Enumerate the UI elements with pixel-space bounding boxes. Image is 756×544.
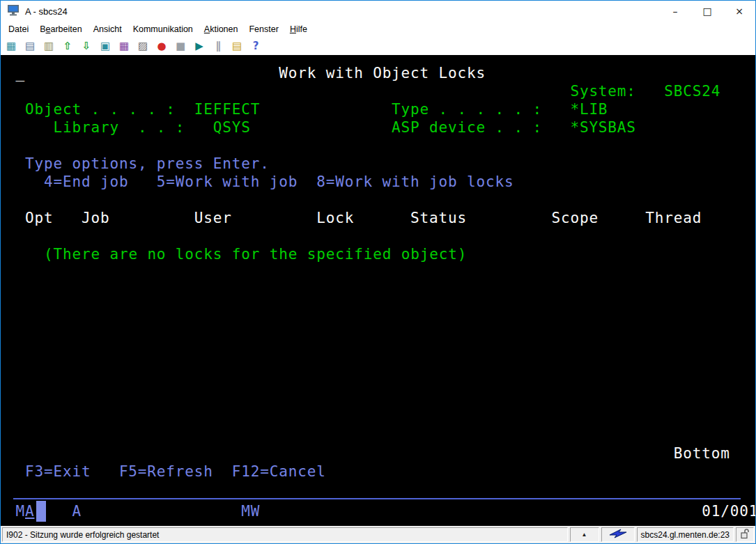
terminal-text-segment: Scope (551, 209, 598, 227)
terminal-text-segment: SBCS24 (664, 82, 720, 100)
host-address: sbcs24.gl.menten.de:23 (637, 527, 734, 542)
terminal-text-segment: User (194, 209, 232, 227)
terminal-text-segment: F5=Refresh (119, 463, 213, 481)
terminal-text-segment: MW (241, 502, 260, 520)
terminal-text-segment: Type options, press Enter. (25, 155, 270, 173)
minimize-button[interactable]: – (659, 1, 691, 22)
help-icon[interactable]: ? (249, 39, 263, 54)
receive-file-icon[interactable]: ⇩ (79, 39, 93, 54)
terminal-text-segment: *LIB (570, 100, 608, 118)
terminal-text-segment: 4=End job (44, 173, 128, 191)
oia-cursor-block (36, 501, 46, 522)
security-status-panel (736, 527, 754, 542)
terminal-text-segment: Bottom (674, 444, 730, 463)
menu-item-aktionen[interactable]: Aktionen (199, 23, 244, 36)
unlocked-padlock-icon (741, 529, 750, 541)
menu-item-datei[interactable]: Datei (3, 23, 34, 36)
menu-item-kommunikation[interactable]: Kommunikation (128, 23, 199, 36)
toolbar: ▦▤▥⇧⇩▣▦▨●■▶∥▤? (1, 37, 755, 55)
terminal-text-segment: 8=Work with job locks (316, 173, 514, 191)
terminal-text-segment: Job (82, 209, 109, 227)
terminal-text-segment: F3=Exit (25, 463, 91, 481)
scratchpad-icon[interactable]: ▤ (230, 39, 244, 54)
menu-item-hilfe[interactable]: Hilfe (284, 23, 313, 36)
pause-macro-icon[interactable]: ∥ (211, 39, 225, 54)
terminal-screen[interactable]: _Work with Object LocksSystem:SBCS24Obje… (1, 55, 755, 526)
app-window: A - sbcs24 –□× DateiBearbeitenAnsichtKom… (0, 0, 756, 544)
titlebar[interactable]: A - sbcs24 –□× (1, 1, 755, 22)
terminal-text-segment: (There are no locks for the specified ob… (44, 245, 467, 263)
keyboard-map-icon[interactable]: ▨ (136, 39, 150, 54)
color-map-icon[interactable]: ▦ (117, 39, 131, 54)
window-title: A - sbcs24 (25, 6, 68, 17)
statusbar: I902 - Sitzung wurde erfolgreich gestart… (1, 526, 755, 543)
menu-item-fenster[interactable]: Fenster (243, 23, 284, 36)
send-file-icon[interactable]: ⇧ (61, 39, 75, 54)
terminal-text-segment: F12=Cancel (232, 463, 326, 481)
terminal-text-segment: Work with Object Locks (279, 64, 486, 82)
menu-item-ansicht[interactable]: Ansicht (88, 23, 128, 36)
stop-macro-icon[interactable]: ■ (173, 39, 187, 54)
terminal-text-segment: _ (15, 64, 25, 82)
close-button[interactable]: × (723, 1, 755, 22)
terminal-text-segment: 5=Work with job (157, 173, 298, 191)
terminal-text-segment: *SYSBAS (570, 118, 635, 137)
status-message: I902 - Sitzung wurde erfolgreich gestart… (2, 527, 568, 542)
terminal-text-segment: System: (570, 82, 635, 100)
terminal-text-segment: M (15, 502, 25, 520)
copy-icon[interactable]: ▤ (23, 39, 37, 54)
copy-screen-icon[interactable]: ▦ (4, 39, 18, 54)
terminal-text-segment: A (72, 502, 82, 520)
terminal-text-segment: Type . . . . . : (392, 100, 542, 118)
record-macro-icon[interactable]: ● (155, 39, 169, 54)
terminal-text-segment: Lock (316, 209, 354, 227)
terminal-app-icon (7, 4, 20, 19)
maximize-button[interactable]: □ (691, 1, 723, 22)
caption-buttons: –□× (659, 1, 755, 22)
terminal-text-segment: Thread (645, 209, 702, 227)
message-history-button[interactable]: ▲ (570, 527, 599, 542)
connection-status-panel (601, 527, 635, 542)
terminal-text-segment: A (25, 502, 35, 520)
terminal-text-segment: IEFFECT (194, 100, 260, 118)
paste-icon[interactable]: ▥ (42, 39, 56, 54)
lightning-icon (609, 529, 627, 541)
terminal-text-segment: 01/001 (702, 502, 755, 520)
oia-separator-line (13, 498, 741, 499)
terminal-text-segment: ASP device . . : (392, 118, 542, 137)
terminal-text-segment: QSYS (213, 118, 251, 137)
terminal-text-segment: Status (410, 209, 467, 227)
play-macro-icon[interactable]: ▶ (192, 39, 206, 54)
up-arrow-icon: ▲ (582, 531, 587, 538)
display-settings-icon[interactable]: ▣ (98, 39, 112, 54)
menubar: DateiBearbeitenAnsichtKommunikationAktio… (1, 22, 755, 37)
terminal-text-segment: Library . . : (53, 118, 185, 137)
terminal-text-segment: Object . . . . : (25, 100, 176, 118)
menu-item-bearbeiten[interactable]: Bearbeiten (34, 23, 87, 36)
terminal-text-segment: Opt (25, 209, 53, 227)
